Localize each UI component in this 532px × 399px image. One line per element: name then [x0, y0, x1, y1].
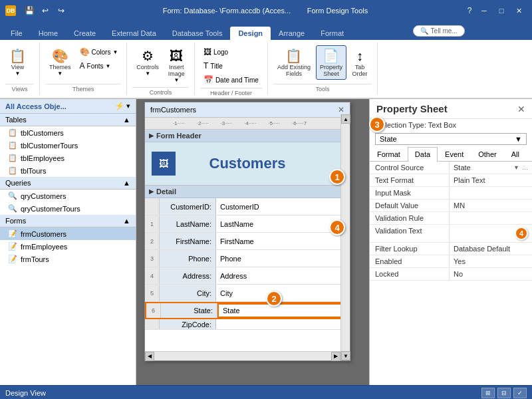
add-existing-fields-button[interactable]: 📋 Add ExistingFields	[273, 45, 315, 80]
tab-external-data[interactable]: External Data	[104, 27, 164, 40]
nav-item-frmcustomers[interactable]: 📝 frmCustomers	[0, 227, 136, 240]
property-sheet-icon: 📄	[323, 48, 339, 64]
form-icon: 📝	[8, 255, 17, 263]
scroll-up-button[interactable]: ▲	[341, 114, 350, 124]
main-area: All Access Obje... ⚡ ▾ Tables ▲ 📋 tblCus…	[0, 99, 532, 385]
nav-item-qrycustomers[interactable]: 🔍 qryCustomers	[0, 190, 136, 202]
title-button[interactable]: T Title	[200, 59, 262, 72]
field-row-lastname: 1 LastName: LastName	[145, 215, 350, 233]
save-button[interactable]: 💾	[23, 4, 36, 17]
form-window-titlebar[interactable]: frmCustomers ✕	[145, 102, 350, 118]
close-button[interactable]: ✕	[511, 4, 527, 17]
nav-item-tblemployees[interactable]: 📋 tblEmployees	[0, 152, 136, 164]
nav-item-frmtours[interactable]: 📝 frmTours	[0, 253, 136, 265]
help-button[interactable]: ?	[463, 4, 476, 17]
title-icon: T	[203, 61, 208, 70]
maximize-button[interactable]: □	[493, 4, 509, 17]
tell-me-box[interactable]: 🔍 Tell me...	[413, 25, 465, 37]
property-sheet-button[interactable]: 📄 PropertySheet	[316, 45, 346, 80]
ps-tab-event[interactable]: Event	[438, 147, 471, 161]
query-icon: 🔍	[8, 192, 17, 200]
form-header-label[interactable]: ▶ Form Header	[145, 130, 350, 142]
redo-button[interactable]: ↪	[55, 4, 68, 17]
themes-icon: 🎨	[52, 48, 68, 64]
nav-title: All Access Obje...	[5, 102, 66, 110]
nav-item-qrycustomertours[interactable]: 🔍 qryCustomerTours	[0, 202, 136, 215]
ps-tab-all[interactable]: All	[504, 147, 527, 161]
date-time-button[interactable]: 📅 Date and Time	[200, 73, 262, 86]
detail-arrow: ▶	[149, 188, 154, 195]
fonts-button[interactable]: A Fonts ▼	[76, 59, 122, 72]
tab-format[interactable]: Format	[313, 27, 352, 40]
tables-section-header[interactable]: Tables ▲	[0, 114, 136, 126]
view-button[interactable]: 📋 View ▼	[5, 45, 30, 79]
status-icon-3[interactable]: ✓	[513, 388, 527, 398]
nav-item-tblcustomers[interactable]: 📋 tblCustomers	[0, 126, 136, 139]
form-close-button[interactable]: ✕	[338, 105, 344, 114]
logo-icon: 🖼	[203, 47, 211, 57]
input-state[interactable]: State	[217, 303, 348, 318]
input-phone[interactable]: Phone	[216, 250, 350, 267]
field-row-firstname: 2 FirstName: FirstName	[145, 233, 350, 250]
callout-3-container: 3	[369, 116, 385, 132]
ps-selection-dropdown[interactable]: State ▼	[375, 133, 527, 145]
tab-order-button[interactable]: ↕ TabOrder	[348, 45, 372, 80]
form-window: frmCustomers ✕ ·1····· ·2····· ·3····· ·…	[144, 102, 350, 361]
queries-chevron: ▲	[123, 179, 130, 187]
input-customerid[interactable]: CustomerID	[216, 198, 350, 215]
ps-builder-btn[interactable]: …	[522, 164, 528, 171]
status-icon-1[interactable]: ⊞	[481, 388, 495, 398]
tab-arrange[interactable]: Arrange	[271, 27, 313, 40]
input-zipcode[interactable]	[216, 319, 350, 329]
search-icon: 🔍	[420, 27, 428, 35]
nav-item-tblcustomertours[interactable]: 📋 tblCustomerTours	[0, 139, 136, 152]
property-sheet-title: Property Sheet	[376, 103, 448, 114]
input-address[interactable]: Address	[216, 267, 350, 284]
ps-close-button[interactable]: ✕	[517, 104, 525, 114]
forms-section-header[interactable]: Forms ▲	[0, 215, 136, 227]
nav-item-label: qryCustomers	[21, 192, 66, 200]
tab-design[interactable]: Design	[230, 27, 271, 40]
ps-row-enabled: Enabled Yes	[370, 255, 532, 268]
nav-item-label: tblEmployees	[21, 154, 65, 162]
nav-item-frmemployees[interactable]: 📝 frmEmployees	[0, 240, 136, 253]
tab-file[interactable]: File	[3, 27, 31, 40]
ribbon-group-views: 📋 View ▼ Views	[0, 43, 40, 95]
nav-header[interactable]: All Access Obje... ⚡ ▾	[0, 99, 136, 114]
colors-button[interactable]: 🎨 Colors ▼	[76, 45, 122, 59]
input-city[interactable]: City	[216, 285, 350, 301]
ps-tabs: Format Data Event Other All	[370, 147, 532, 162]
tab-home[interactable]: Home	[31, 27, 66, 40]
ps-dropdown-btn[interactable]: ▼	[513, 164, 519, 171]
insert-image-button[interactable]: 🖼 InsertImage ▼	[164, 45, 189, 86]
field-row-customerid: CustomerID: CustomerID	[145, 198, 350, 215]
insert-image-icon: 🖼	[170, 48, 183, 64]
logo-button[interactable]: 🖼 Logo	[200, 45, 262, 59]
ps-tab-other[interactable]: Other	[471, 147, 504, 161]
tab-database-tools[interactable]: Database Tools	[164, 27, 231, 40]
scroll-right-button[interactable]: ▶	[331, 352, 340, 361]
app-icon: DB	[5, 5, 16, 16]
minimize-button[interactable]: ─	[476, 4, 492, 17]
queries-section-header[interactable]: Queries ▲	[0, 177, 136, 190]
ps-tab-format[interactable]: Format	[370, 147, 408, 161]
detail-section-label[interactable]: ▶ Detail	[145, 186, 350, 198]
scroll-down-button[interactable]: ▼	[341, 351, 350, 360]
ps-row-validation-text: Validation Text 4	[370, 225, 532, 243]
status-text: Design View	[5, 389, 46, 397]
themes-button[interactable]: 🎨 Themes ▼	[45, 45, 75, 79]
scroll-left-button[interactable]: ◀	[145, 352, 154, 361]
ribbon-group-header-footer: 🖼 Logo T Title 📅 Date and Time Header / …	[195, 43, 268, 95]
views-label: Views	[5, 84, 34, 92]
nav-item-tbltours[interactable]: 📋 tblTours	[0, 164, 136, 177]
user-profile[interactable]: Kayla Claypool	[475, 27, 524, 35]
form-vertical-scrollbar[interactable]: ▲ ▼	[340, 114, 350, 360]
undo-button[interactable]: ↩	[39, 4, 52, 17]
form-horizontal-scrollbar[interactable]: ◀ ▶	[145, 351, 340, 360]
status-icon-2[interactable]: ⊟	[497, 388, 511, 398]
tables-label: Tables	[5, 116, 27, 124]
tab-create[interactable]: Create	[66, 27, 104, 40]
ps-tab-data[interactable]: Data	[408, 147, 438, 162]
controls-button[interactable]: ⚙ Controls ▼	[132, 45, 163, 79]
callout-4a-container: 4	[329, 219, 345, 235]
